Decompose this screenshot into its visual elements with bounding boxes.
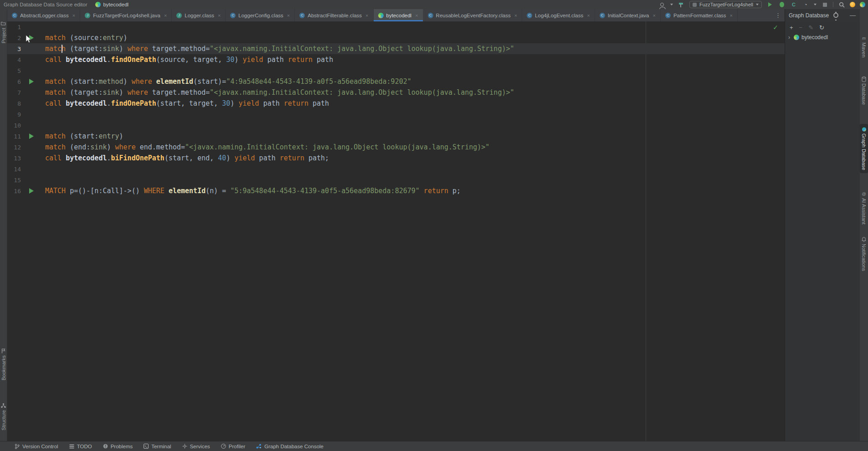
statusbar-profiler[interactable]: Profiler xyxy=(221,444,245,449)
graph-database-panel-header[interactable]: Graph Database — xyxy=(785,9,859,21)
tab-close-icon[interactable]: × xyxy=(652,13,655,18)
tab-Log4jLogEvent.class[interactable]: CLog4jLogEvent.class× xyxy=(522,9,595,21)
tab-LoggerConfig.class[interactable]: CLoggerConfig.class× xyxy=(226,9,295,21)
statusbar-terminal[interactable]: Terminal xyxy=(144,444,171,449)
stop-button[interactable] xyxy=(821,1,828,8)
class-file-icon: C xyxy=(665,13,671,18)
tool-stripe-database[interactable]: Database xyxy=(860,77,868,105)
edit-datasource-button[interactable]: ✎ xyxy=(808,24,813,31)
code-token: bytecodedl xyxy=(66,56,107,64)
code-token: (start, end, xyxy=(164,154,218,162)
tool-stripe-notifications[interactable]: Notifications xyxy=(860,237,868,271)
window-file-name: bytecodedl xyxy=(103,2,128,7)
code-token: where xyxy=(132,77,152,86)
tab-Logger.class[interactable]: JLogger.class× xyxy=(172,9,226,21)
datasource-tree-item[interactable]: › bytecodedl xyxy=(785,33,859,41)
profile-button[interactable]: ◔ xyxy=(802,1,809,8)
user-account-button[interactable] xyxy=(658,1,666,8)
code-text: match (target:sink) where target.method=… xyxy=(45,45,514,53)
code-line-8[interactable]: 8call bytecodedl.findOnePath(start, targ… xyxy=(7,98,785,109)
build-button[interactable] xyxy=(678,1,685,8)
code-line-10[interactable]: 10 xyxy=(7,120,785,131)
code-line-13[interactable]: 13call bytecodedl.biFindOnePath(start, e… xyxy=(7,153,785,164)
tab-close-icon[interactable]: × xyxy=(587,13,590,18)
statusbar-graph-database-console[interactable]: Graph Database Console xyxy=(256,444,324,449)
code-line-15[interactable]: 15 xyxy=(7,174,785,185)
tool-stripe-bookmarks[interactable]: Bookmarks xyxy=(0,348,7,380)
statusbar-version-control[interactable]: Version Control xyxy=(15,444,58,449)
statusbar-problems[interactable]: Problems xyxy=(103,444,133,449)
chevron-right-icon[interactable]: › xyxy=(787,34,791,41)
ide-update-icon[interactable] xyxy=(850,2,855,7)
statusbar-todo[interactable]: TODO xyxy=(69,444,92,449)
debug-button[interactable] xyxy=(778,1,786,8)
tab-AbstractLogger.class[interactable]: CAbstractLogger.class× xyxy=(7,9,80,21)
tab-close-icon[interactable]: × xyxy=(164,13,167,18)
run-configuration-select[interactable]: FuzzTargetForLog4shell xyxy=(689,1,762,8)
class-file-icon: C xyxy=(299,13,305,18)
code-line-2[interactable]: 2match (source:entry) xyxy=(7,32,785,43)
code-token: ) xyxy=(119,132,123,140)
refresh-datasource-button[interactable]: ↻ xyxy=(819,24,824,31)
hide-panel-button[interactable]: — xyxy=(850,12,856,19)
inspection-ok-icon[interactable]: ✓ xyxy=(773,24,778,31)
user-dropdown-icon[interactable] xyxy=(670,4,673,5)
tab-close-icon[interactable]: × xyxy=(415,13,418,18)
tab-bytecodedl[interactable]: bytecodedl× xyxy=(374,9,423,21)
datasource-name: bytecodedl xyxy=(801,34,828,41)
tab-PatternFormatter.class[interactable]: CPatternFormatter.class× xyxy=(661,9,738,21)
run-query-button[interactable] xyxy=(29,79,34,84)
search-everywhere-button[interactable] xyxy=(838,1,845,8)
tab-close-icon[interactable]: × xyxy=(218,13,221,18)
remove-datasource-button[interactable]: − xyxy=(799,24,803,31)
coverage-button[interactable]: C xyxy=(790,1,797,8)
tab-close-icon[interactable]: × xyxy=(365,13,368,18)
graph-db-file-icon xyxy=(95,2,101,7)
tool-stripe-project[interactable]: Project xyxy=(0,21,7,43)
code-token: 30 xyxy=(222,99,230,108)
tool-stripe-ai-assistant[interactable]: @AI Assistant xyxy=(860,191,868,224)
tool-stripe-structure[interactable]: Structure xyxy=(0,403,7,430)
run-query-button[interactable] xyxy=(29,133,34,139)
code-editor[interactable]: 12match (source:entry)3match (target:sin… xyxy=(7,21,785,441)
line-number: 15 xyxy=(7,177,21,184)
code-line-3[interactable]: 3match (target:sink) where target.method… xyxy=(7,43,785,54)
code-line-12[interactable]: 12match (end:sink) where end.method="<ja… xyxy=(7,142,785,153)
code-line-14[interactable]: 14 xyxy=(7,164,785,174)
tab-options-kebab-icon[interactable]: ⋮ xyxy=(771,9,785,21)
code-token: p; xyxy=(448,187,461,195)
code-token: (start, target, xyxy=(156,99,222,108)
gear-icon[interactable] xyxy=(833,13,838,18)
line-number: 5 xyxy=(7,67,21,74)
tab-close-icon[interactable]: × xyxy=(514,13,517,18)
tab-FuzzTargetForLog4shell.java[interactable]: JFuzzTargetForLog4shell.java× xyxy=(80,9,172,21)
settings-plugin-icon[interactable] xyxy=(860,2,865,7)
tab-AbstractFilterable.class[interactable]: CAbstractFilterable.class× xyxy=(295,9,373,21)
code-line-9[interactable]: 9 xyxy=(7,109,785,120)
statusbar-services[interactable]: Services xyxy=(182,444,210,449)
tab-close-icon[interactable]: × xyxy=(287,13,290,18)
code-token: match xyxy=(45,45,66,53)
tab-close-icon[interactable]: × xyxy=(72,13,75,18)
tab-InitialContext.java[interactable]: CInitialContext.java× xyxy=(595,9,661,21)
tool-stripe-graph-database[interactable]: Graph Database xyxy=(860,124,868,173)
code-line-4[interactable]: 4call bytecodedl.findOnePath(source, tar… xyxy=(7,54,785,65)
tool-stripe-maven[interactable]: mMaven xyxy=(860,36,868,57)
code-line-16[interactable]: 16MATCH p=()-[n:Call]->() WHERE elementI… xyxy=(7,185,785,196)
tab-ReusableLogEventFactory.class[interactable]: CReusableLogEventFactory.class× xyxy=(423,9,523,21)
add-datasource-button[interactable]: + xyxy=(790,24,793,31)
tab-label: AbstractLogger.class xyxy=(20,13,69,18)
code-line-6[interactable]: 6match (start:method) where elementId(st… xyxy=(7,76,785,87)
code-line-11[interactable]: 11match (start:entry) xyxy=(7,131,785,142)
run-query-button[interactable] xyxy=(29,188,34,194)
tab-close-icon[interactable]: × xyxy=(730,13,733,18)
code-token: call xyxy=(45,56,62,64)
code-token: 40 xyxy=(218,154,226,162)
code-line-5[interactable]: 5 xyxy=(7,65,785,76)
code-token: entry xyxy=(103,34,123,42)
code-line-1[interactable]: 1 xyxy=(7,21,785,32)
code-line-7[interactable]: 7match (target:sink) where target.method… xyxy=(7,87,785,98)
run-button[interactable] xyxy=(766,1,774,8)
terminal-icon xyxy=(144,444,149,449)
profile-dropdown-icon[interactable] xyxy=(814,4,817,5)
